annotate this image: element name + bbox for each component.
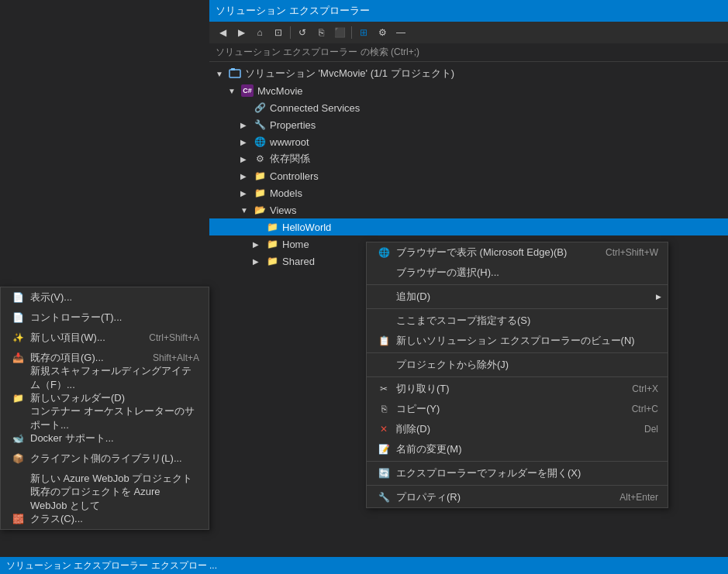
wwwroot-arrow: ▶ (240, 138, 253, 146)
existing-item-label: 既存の項目(G)... (30, 351, 137, 365)
toolbar-separator-2 (351, 26, 352, 39)
menu-item-scope[interactable]: ここまでスコープ指定する(S) (367, 311, 668, 331)
properties-label: プロパティ(R) (396, 490, 604, 504)
menu-item-add[interactable]: 追加(D) (367, 287, 668, 307)
collapse-button[interactable]: — (392, 24, 409, 41)
toolbar-separator-1 (290, 26, 291, 39)
models-icon: 📁 (253, 186, 267, 200)
new-folder-icon: 📁 (10, 390, 26, 406)
wwwroot-node[interactable]: ▶ 🌐 wwwroot (209, 133, 728, 150)
project-node[interactable]: ▼ C# MvcMovie (209, 82, 728, 99)
add-label: 追加(D) (396, 290, 658, 304)
new-se-view-icon: 📋 (376, 333, 392, 349)
properties-shortcut: Alt+Enter (619, 492, 658, 503)
menu-item-open-folder[interactable]: 🔄 エクスプローラーでフォルダーを開く(X) (367, 463, 668, 483)
properties-arrow: ▶ (240, 121, 253, 129)
browser-view-label: ブラウザーで表示 (Microsoft Edge)(B) (396, 246, 590, 260)
menu-item-delete[interactable]: ✕ 削除(D) Del (367, 419, 668, 439)
controllers-label: Controllers (270, 170, 319, 182)
connected-services-label: Connected Services (270, 102, 360, 114)
scissors-icon: ✂ (376, 381, 392, 397)
rename-icon: 📝 (376, 442, 392, 457)
solution-node[interactable]: ▼ ソリューション 'MvcMovie' (1/1 プロジェクト) (209, 65, 728, 82)
dependencies-icon: ⚙ (253, 152, 267, 166)
browser-view-shortcut: Ctrl+Shift+W (606, 247, 658, 258)
separator-6 (367, 485, 668, 486)
sync-button[interactable]: ⊡ (270, 24, 287, 41)
helloworld-node[interactable]: 📁 HelloWorld (209, 218, 728, 235)
controller-icon: 📄 (10, 310, 26, 325)
scope-icon (376, 313, 392, 328)
controllers-arrow: ▶ (240, 172, 253, 180)
menu-item-cut[interactable]: ✂ 切り取り(T) Ctrl+X (367, 379, 668, 399)
project-label: MvcMovie (257, 85, 303, 97)
class-icon: 🧱 (10, 511, 26, 527)
open-folder-label: エクスプローラーでフォルダーを開く(X) (396, 466, 658, 480)
delete-icon: ✕ (376, 421, 392, 437)
filter-button[interactable]: ⊞ (355, 24, 372, 41)
menu-item-client-lib[interactable]: 📦 クライアント側のライブラリ(L)... (1, 449, 209, 469)
settings-button[interactable]: ⚙ (374, 24, 391, 41)
browser-select-label: ブラウザーの選択(H)... (396, 266, 658, 280)
properties-node[interactable]: ▶ 🔧 Properties (209, 116, 728, 133)
rename-label: 名前の変更(M) (396, 442, 658, 456)
menu-item-scaffold[interactable]: 新規スキャフォールディングアイテム（F）... (1, 368, 209, 388)
delete-shortcut: Del (644, 424, 658, 435)
menu-item-class[interactable]: 🧱 クラス(C)... (1, 509, 209, 529)
azure-webjob-new-icon (10, 471, 26, 486)
menu-item-view[interactable]: 📄 表示(V)... (1, 287, 209, 308)
dependencies-node[interactable]: ▶ ⚙ 依存関係 (209, 150, 728, 167)
menu-item-new-item[interactable]: ✨ 新しい項目(W)... Ctrl+Shift+A (1, 328, 209, 348)
shared-icon: 📁 (265, 254, 279, 268)
menu-item-controller[interactable]: 📄 コントローラー(T)... (1, 308, 209, 328)
search-placeholder: ソリューション エクスプローラー の検索 (Ctrl+;) (216, 46, 419, 59)
separator-5 (367, 461, 668, 462)
home-icon: 📁 (265, 237, 279, 251)
open-folder-icon: 🔄 (376, 466, 392, 481)
wwwroot-label: wwwroot (270, 136, 309, 148)
models-node[interactable]: ▶ 📁 Models (209, 184, 728, 201)
menu-item-docker[interactable]: 🐋 Docker サポート... (1, 428, 209, 449)
views-icon: 📂 (253, 203, 267, 217)
se-search-bar[interactable]: ソリューション エクスプローラー の検索 (Ctrl+;) (209, 43, 728, 62)
exclude-icon (376, 357, 392, 373)
separator-3 (367, 352, 668, 353)
bottom-bar: ソリューション エクスプローラー エクスプロー ... (0, 557, 728, 574)
back-button[interactable]: ◀ (214, 24, 231, 41)
solution-explorer-title: ソリューション エクスプローラー (216, 4, 370, 18)
menu-item-copy[interactable]: ⎘ コピー(Y) Ctrl+C (367, 399, 668, 419)
menu-item-container-orchestrator[interactable]: コンテナー オーケストレーターのサポート... (1, 408, 209, 428)
scaffold-icon (10, 370, 26, 386)
browser-view-icon: 🌐 (376, 245, 392, 260)
project-arrow: ▼ (228, 87, 240, 95)
menu-item-exclude[interactable]: プロジェクトから除外(J) (367, 355, 668, 375)
menu-item-browser-select[interactable]: ブラウザーの選択(H)... (367, 263, 668, 283)
menu-item-browser-view[interactable]: 🌐 ブラウザーで表示 (Microsoft Edge)(B) Ctrl+Shif… (367, 242, 668, 263)
wwwroot-icon: 🌐 (253, 135, 267, 149)
forward-button[interactable]: ▶ (233, 24, 250, 41)
connected-services-node[interactable]: 🔗 Connected Services (209, 99, 728, 116)
home-button[interactable]: ⌂ (251, 24, 268, 41)
menu-item-rename[interactable]: 📝 名前の変更(M) (367, 439, 668, 459)
svg-rect-0 (229, 70, 240, 77)
paste-button[interactable]: ⬛ (331, 24, 348, 41)
azure-webjob-new-label: 新しい Azure WebJob プロジェクト (30, 472, 199, 486)
menu-item-azure-webjob-existing[interactable]: 既存のプロジェクトを Azure WebJob として (1, 489, 209, 509)
separator-4 (367, 376, 668, 377)
copy-button[interactable]: ⎘ (312, 24, 329, 41)
helloworld-label: HelloWorld (282, 222, 331, 233)
views-node[interactable]: ▼ 📂 Views (209, 201, 728, 218)
controllers-node[interactable]: ▶ 📁 Controllers (209, 167, 728, 184)
context-menu-right: 🌐 ブラウザーで表示 (Microsoft Edge)(B) Ctrl+Shif… (366, 242, 668, 508)
controllers-icon: 📁 (253, 169, 267, 183)
helloworld-icon: 📁 (265, 220, 279, 234)
new-item-shortcut: Ctrl+Shift+A (149, 332, 199, 343)
docker-icon: 🐋 (10, 431, 26, 446)
dependencies-label: 依存関係 (270, 152, 310, 166)
controller-label: コントローラー(T)... (30, 311, 199, 325)
client-lib-icon: 📦 (10, 451, 26, 466)
add-icon (376, 289, 392, 304)
menu-item-new-se-view[interactable]: 📋 新しいソリューション エクスプローラーのビュー(N) (367, 331, 668, 351)
menu-item-properties[interactable]: 🔧 プロパティ(R) Alt+Enter (367, 487, 668, 507)
refresh-button[interactable]: ↺ (294, 24, 311, 41)
